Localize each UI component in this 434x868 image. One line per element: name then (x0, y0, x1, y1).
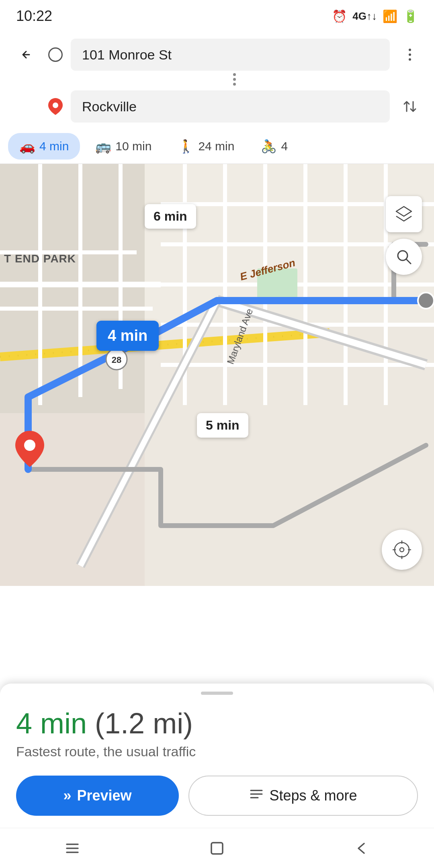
svg-point-2 (409, 58, 411, 61)
nav-recents-button[interactable] (60, 836, 84, 860)
bike-icon: 🚴 (261, 139, 277, 154)
signal-4g-icon: 4G↑↓ (352, 10, 377, 23)
alarm-icon: ⏰ (332, 9, 347, 23)
route-duration: 4 min (1.2 mi) (16, 707, 418, 740)
duration-value: 4 min (16, 707, 87, 739)
destination-map-pin (15, 431, 44, 473)
destination-pin-icon (48, 99, 63, 114)
nav-bar (0, 828, 434, 868)
steps-label: Steps & more (269, 787, 357, 804)
preview-label: Preview (77, 787, 131, 804)
map-alt-route-label-1[interactable]: 6 min (145, 204, 196, 229)
duration-miles: (1.2 mi) (95, 707, 193, 739)
svg-text:28: 28 (112, 355, 121, 365)
preview-button[interactable]: » Preview (16, 776, 179, 816)
destination-row (12, 90, 422, 123)
origin-input[interactable] (71, 39, 390, 71)
route-description: Fastest route, the usual traffic (16, 744, 418, 760)
tab-walk[interactable]: 🚶 24 min (167, 133, 246, 160)
route-connector-dots (47, 73, 422, 86)
car-icon: 🚗 (19, 139, 35, 154)
status-bar: 10:22 ⏰ 4G↑↓ 📶 🔋 (0, 0, 434, 32)
walk-icon: 🚶 (178, 139, 194, 154)
map-selected-route-label[interactable]: 4 min (96, 321, 159, 351)
map-area[interactable]: 28 E Jefferson Maryland Ave T END PARK 4… (0, 164, 434, 586)
battery-icon: 🔋 (403, 9, 418, 23)
origin-row (12, 39, 422, 71)
transit-icon: 🚌 (95, 139, 111, 154)
status-time: 10:22 (16, 8, 52, 25)
back-button[interactable] (12, 41, 40, 69)
more-options-button[interactable] (398, 43, 422, 67)
steps-icon (249, 787, 264, 805)
destination-input[interactable] (71, 90, 390, 123)
steps-more-button[interactable]: Steps & more (188, 776, 418, 816)
transport-tabs: 🚗 4 min 🚌 10 min 🚶 24 min 🚴 4 (0, 129, 434, 164)
map-alt-route-label-2[interactable]: 5 min (197, 413, 248, 438)
svg-point-31 (24, 440, 35, 451)
svg-point-1 (409, 53, 411, 56)
nav-back-button[interactable] (350, 836, 374, 860)
park-label: T END PARK (4, 252, 76, 265)
search-area (0, 32, 434, 129)
nav-home-button[interactable] (205, 836, 229, 860)
svg-point-0 (409, 49, 411, 51)
svg-rect-46 (211, 843, 223, 854)
tab-bike[interactable]: 🚴 4 (250, 133, 299, 160)
tab-transit[interactable]: 🚌 10 min (84, 133, 163, 160)
map-layers-button[interactable] (386, 196, 422, 232)
tab-drive-label: 4 min (39, 139, 69, 153)
preview-icon: » (63, 787, 71, 804)
swap-directions-button[interactable] (398, 94, 422, 119)
bottom-sheet: 4 min (1.2 mi) Fastest route, the usual … (0, 684, 434, 828)
status-icons: ⏰ 4G↑↓ 📶 🔋 (332, 9, 418, 23)
map-locate-button[interactable] (382, 530, 422, 570)
svg-point-26 (418, 293, 434, 309)
svg-point-35 (400, 548, 404, 552)
tab-bike-label: 4 (281, 139, 288, 153)
tab-drive[interactable]: 🚗 4 min (8, 133, 80, 160)
signal-bars-icon: 📶 (383, 9, 397, 23)
svg-line-33 (406, 259, 411, 264)
map-search-button[interactable] (386, 239, 422, 275)
sheet-handle (201, 692, 233, 695)
action-buttons: » Preview Steps & more (16, 776, 418, 816)
tab-transit-label: 10 min (115, 139, 151, 153)
svg-point-3 (53, 102, 58, 108)
tab-walk-label: 24 min (198, 139, 234, 153)
svg-point-34 (395, 542, 409, 557)
origin-dot-icon (48, 47, 63, 62)
